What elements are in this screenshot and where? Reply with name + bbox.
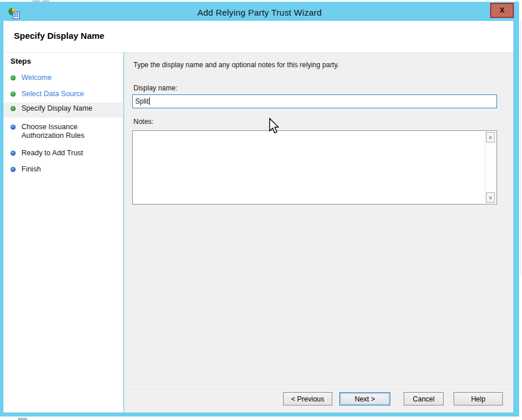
sidebar-item-choose-issuance-authorization-rules[interactable]: Choose Issuance Authorization Rules [3, 121, 124, 142]
step-pending-icon [10, 125, 16, 130]
background-taskbar-fragment [18, 418, 27, 420]
help-button[interactable]: Help [454, 392, 503, 406]
display-name-input[interactable]: Split [132, 94, 497, 108]
notes-input[interactable]: ∧ ∨ [132, 130, 497, 204]
step-complete-icon [10, 75, 16, 81]
titlebar[interactable]: Add Relying Party Trust Wizard [0, 2, 519, 21]
sidebar-item-specify-display-name[interactable]: Specify Display Name [3, 103, 124, 118]
close-button[interactable]: X [490, 3, 514, 18]
background-window-edge [520, 20, 521, 275]
step-complete-icon [10, 106, 16, 111]
scroll-up-button[interactable]: ∧ [486, 132, 495, 143]
steps-heading: Steps [10, 57, 31, 65]
notes-label: Notes: [133, 118, 154, 126]
sidebar-item-finish[interactable]: Finish [3, 163, 124, 176]
scroll-down-button[interactable]: ∨ [486, 192, 495, 203]
sidebar-item-select-data-source[interactable]: Select Data Source [3, 88, 124, 100]
previous-button[interactable]: < Previous [283, 392, 332, 406]
wizard-page-header: Specify Display Name [3, 21, 513, 52]
notes-scrollbar[interactable]: ∧ ∨ [485, 132, 496, 203]
step-complete-icon [10, 92, 16, 97]
display-name-label: Display name: [133, 84, 177, 92]
cancel-button[interactable]: Cancel [404, 392, 444, 406]
window-title: Add Relying Party Trust Wizard [0, 8, 519, 17]
next-button[interactable]: Next > [339, 392, 390, 406]
sidebar-item-welcome[interactable]: Welcome [3, 72, 124, 84]
step-pending-icon [10, 167, 16, 172]
text-caret [149, 97, 150, 105]
footer-divider [124, 385, 513, 386]
step-pending-icon [10, 151, 16, 156]
instruction-text: Type the display name and any optional n… [133, 61, 339, 69]
sidebar-item-ready-to-add-trust[interactable]: Ready to Add Trust [3, 147, 124, 159]
display-name-value: Split [135, 97, 148, 105]
page-title: Specify Display Name [14, 31, 104, 41]
